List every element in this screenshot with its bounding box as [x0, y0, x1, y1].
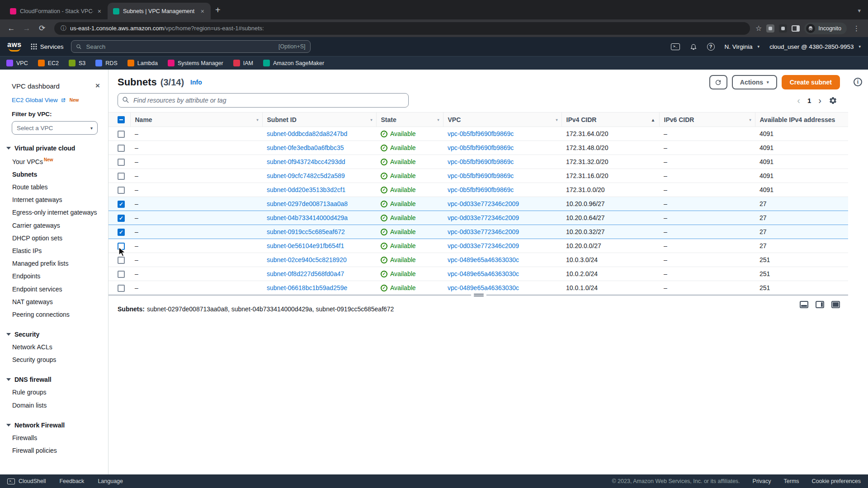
vpc-link[interactable]: vpc-0489e65a46363030c	[448, 270, 519, 277]
table-row[interactable]: –subnet-0dd20e3513b3d2cf1Availablevpc-0b…	[108, 183, 848, 197]
subnet-id-link[interactable]: subnet-0f8d227d568fd0a47	[267, 270, 344, 277]
table-row[interactable]: –subnet-0fe3edba0a6fbbc35Availablevpc-0b…	[108, 141, 848, 155]
services-menu[interactable]: Services	[31, 43, 64, 50]
sidebar-item-network-acls[interactable]: Network ACLs	[12, 341, 98, 353]
row-checkbox[interactable]	[118, 145, 125, 152]
vpc-link[interactable]: vpc-0b5fbf9690fb9869c	[448, 172, 514, 179]
vpc-link[interactable]: vpc-0b5fbf9690fb9869c	[448, 130, 514, 137]
tab-cloudformation[interactable]: CloudFormation - Stack VPC-B ×	[5, 3, 108, 19]
subnet-id-link[interactable]: subnet-0297de008713aa0a8	[267, 200, 348, 207]
row-checkbox[interactable]	[118, 229, 125, 236]
table-row[interactable]: –subnet-0297de008713aa0a8Availablevpc-0d…	[108, 197, 848, 211]
bookmark-star-icon[interactable]: ☆	[755, 24, 762, 33]
sidebar-item-security-groups[interactable]: Security groups	[12, 353, 98, 366]
row-checkbox[interactable]	[118, 243, 125, 250]
table-row[interactable]: –subnet-0f943724bcc4293ddAvailablevpc-0b…	[108, 155, 848, 169]
side-panel-icon[interactable]	[792, 25, 800, 32]
footer-terms[interactable]: Terms	[784, 478, 799, 484]
favorite-ec2[interactable]: EC2	[38, 60, 59, 66]
row-checkbox[interactable]	[118, 215, 125, 222]
vpc-link[interactable]: vpc-0b5fbf9690fb9869c	[448, 158, 514, 165]
favorite-vpc[interactable]: VPC	[6, 60, 28, 66]
sidebar-section-header[interactable]: Network Firewall	[6, 422, 108, 429]
table-row[interactable]: –subnet-0ddbcda82da8247bdAvailablevpc-0b…	[108, 127, 848, 141]
sidebar-item-firewalls[interactable]: Firewalls	[12, 432, 98, 444]
address-bar[interactable]: ⓘ us-east-1.console.aws.amazon.com/vpc/h…	[54, 22, 750, 35]
panel-position-bottom-icon[interactable]	[800, 301, 808, 308]
vpc-link[interactable]: vpc-0d033e772346c2009	[448, 242, 519, 249]
subnet-id-link[interactable]: subnet-06618bc1b59ad259e	[267, 284, 347, 291]
sidebar-item-elastic-ips[interactable]: Elastic IPs	[12, 244, 98, 257]
sidebar-item-egress-only-internet-gateways[interactable]: Egress-only internet gateways	[12, 206, 98, 219]
back-icon[interactable]: ←	[5, 24, 18, 33]
table-row[interactable]: –subnet-0919cc5c685eaf672Availablevpc-0d…	[108, 225, 848, 239]
page-number[interactable]: 1	[807, 97, 811, 104]
panel-maximize-icon[interactable]	[831, 301, 840, 308]
close-tab-icon[interactable]: ×	[97, 8, 102, 15]
subnet-id-link[interactable]: subnet-02ce940c5c8218920	[267, 256, 347, 263]
row-checkbox[interactable]	[118, 131, 125, 138]
table-row[interactable]: –subnet-02ce940c5c8218920Availablevpc-04…	[108, 253, 848, 267]
info-panel-icon[interactable]: i	[854, 78, 862, 86]
sidebar-item-managed-prefix-lists[interactable]: Managed prefix lists	[12, 257, 98, 270]
tab-subnets[interactable]: Subnets | VPC Management C... ×	[108, 3, 211, 19]
sidebar-item-endpoint-services[interactable]: Endpoint services	[12, 283, 98, 296]
row-checkbox[interactable]	[118, 271, 125, 278]
sidebar-item-your-vpcs[interactable]: Your VPCsNew	[12, 155, 98, 168]
column-header-ipv4-cidr[interactable]: IPv4 CIDR▲	[561, 113, 659, 127]
select-all-checkbox[interactable]	[118, 116, 125, 123]
column-header-name[interactable]: Name▾	[130, 113, 262, 127]
account-menu[interactable]: cloud_user @ 4380-2850-9953 ▾	[769, 43, 861, 50]
subnet-id-link[interactable]: subnet-09cfc7482c5d2a589	[267, 172, 345, 179]
incognito-badge[interactable]: Incognito	[804, 23, 847, 34]
close-tab-icon[interactable]: ×	[200, 8, 205, 15]
extension-icon-2[interactable]	[779, 24, 787, 33]
row-checkbox[interactable]	[118, 159, 125, 166]
subnet-id-link[interactable]: subnet-04b733414000d429a	[267, 214, 348, 221]
vpc-link[interactable]: vpc-0b5fbf9690fb9869c	[448, 186, 514, 193]
column-header-vpc[interactable]: VPC▾	[443, 113, 561, 127]
favorite-rds[interactable]: RDS	[95, 60, 117, 66]
sidebar-item-carrier-gateways[interactable]: Carrier gateways	[12, 219, 98, 232]
subnet-id-link[interactable]: subnet-0f943724bcc4293dd	[267, 158, 345, 165]
subnet-id-link[interactable]: subnet-0fe3edba0a6fbbc35	[267, 144, 344, 151]
panel-position-side-icon[interactable]	[816, 301, 824, 308]
table-row[interactable]: –subnet-09cfc7482c5d2a589Availablevpc-0b…	[108, 169, 848, 183]
sidebar-item-firewall-policies[interactable]: Firewall policies	[12, 444, 98, 457]
create-subnet-button[interactable]: Create subnet	[782, 75, 840, 89]
actions-button[interactable]: Actions ▾	[732, 75, 777, 89]
row-checkbox[interactable]	[118, 201, 125, 208]
forward-icon[interactable]: →	[20, 24, 33, 33]
tab-search-chevron-icon[interactable]: ▾	[858, 7, 863, 14]
ec2-global-view-link[interactable]: EC2 Global View New	[12, 97, 108, 103]
table-row[interactable]: –subnet-0f8d227d568fd0a47Availablevpc-04…	[108, 267, 848, 281]
sidebar-item-domain-lists[interactable]: Domain lists	[12, 399, 98, 412]
vpc-link[interactable]: vpc-0d033e772346c2009	[448, 214, 519, 221]
row-checkbox[interactable]	[118, 285, 125, 292]
favorite-iam[interactable]: IAM	[233, 60, 253, 66]
table-settings-gear-icon[interactable]	[829, 96, 837, 105]
sidebar-item-peering-connections[interactable]: Peering connections	[12, 308, 98, 321]
subnet-id-link[interactable]: subnet-0ddbcda82da8247bd	[267, 130, 347, 137]
region-selector[interactable]: N. Virginia ▾	[725, 43, 760, 50]
sidebar-section-header[interactable]: Virtual private cloud	[6, 145, 108, 152]
new-tab-button[interactable]: +	[215, 5, 221, 15]
sidebar-item-route-tables[interactable]: Route tables	[12, 181, 98, 193]
footer-cloudshell[interactable]: >_ CloudShell	[7, 478, 46, 484]
sidebar-section-header[interactable]: Security	[6, 331, 108, 338]
next-page-icon[interactable]: ›	[818, 95, 821, 106]
column-header-state[interactable]: State▾	[376, 113, 443, 127]
vpc-link[interactable]: vpc-0d033e772346c2009	[448, 200, 519, 207]
sidebar-item-subnets[interactable]: Subnets	[12, 168, 98, 181]
split-panel-drag-handle[interactable]	[471, 292, 486, 298]
vpc-link[interactable]: vpc-0489e65a46363030c	[448, 256, 519, 263]
footer-language[interactable]: Language	[98, 478, 123, 484]
sidebar-item-nat-gateways[interactable]: NAT gateways	[12, 296, 98, 308]
column-header-subnet-id[interactable]: Subnet ID▾	[262, 113, 376, 127]
info-link[interactable]: Info	[190, 79, 202, 86]
table-row[interactable]: –subnet-0e56104e91fb654f1Availablevpc-0d…	[108, 239, 848, 253]
vpc-filter-select[interactable]: Select a VPC ▾	[12, 121, 98, 135]
browser-menu-icon[interactable]: ⋮	[851, 24, 862, 33]
subnet-id-link[interactable]: subnet-0dd20e3513b3d2cf1	[267, 186, 345, 193]
table-row[interactable]: –subnet-04b733414000d429aAvailablevpc-0d…	[108, 211, 848, 225]
